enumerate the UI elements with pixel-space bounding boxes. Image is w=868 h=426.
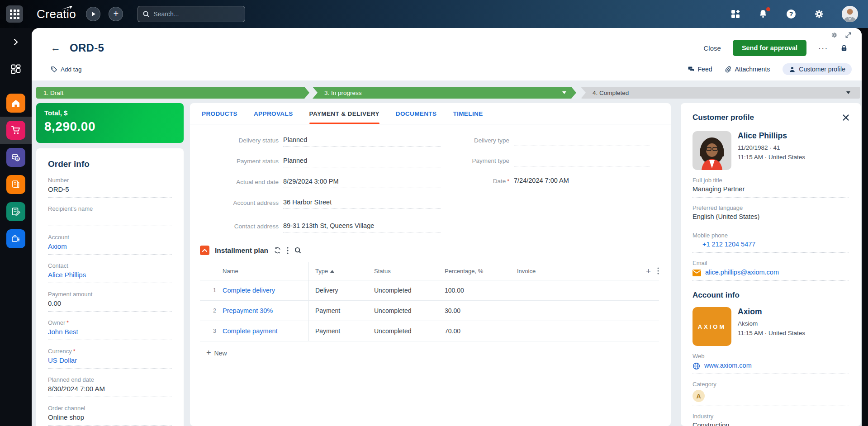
tab-timeline[interactable]: TIMELINE bbox=[453, 103, 483, 124]
total-value: 8,290.00 bbox=[44, 119, 175, 134]
email-link[interactable]: alice.phillips@axiom.com bbox=[705, 269, 779, 277]
app-launcher-icon[interactable] bbox=[6, 5, 23, 23]
account-logo[interactable]: AXIOM bbox=[693, 307, 731, 346]
section-menu-kebab-icon[interactable] bbox=[287, 247, 289, 254]
stage-dropdown-caret[interactable] bbox=[562, 91, 566, 94]
installment-name-link[interactable]: Prepayment 30% bbox=[223, 307, 308, 314]
add-tag-button[interactable]: Add tag bbox=[51, 66, 82, 73]
stage-draft[interactable]: 1. Draft bbox=[36, 87, 309, 99]
field-value[interactable]: ORD-5 bbox=[48, 185, 172, 194]
contact-photo[interactable] bbox=[693, 131, 731, 170]
quick-add-button[interactable]: + bbox=[109, 7, 123, 21]
info-field: Owner* John Best bbox=[48, 319, 172, 340]
sidebar-item-orders[interactable] bbox=[0, 117, 32, 144]
account-address-value[interactable]: 36 Harbor Street bbox=[283, 199, 441, 209]
field-label: Recipient's name bbox=[48, 205, 172, 212]
column-header-percentage[interactable]: Percentage, % bbox=[445, 268, 517, 275]
search-input[interactable] bbox=[153, 10, 235, 18]
page-settings-gear-icon[interactable] bbox=[831, 32, 838, 38]
column-header-name[interactable]: Name bbox=[223, 268, 308, 275]
order-info-title: Order info bbox=[48, 159, 172, 169]
account-name-link[interactable]: Axiom bbox=[738, 307, 805, 317]
stage-in-progress[interactable]: 3. In progress bbox=[313, 87, 576, 99]
tab-products[interactable]: PRODUCTS bbox=[202, 103, 237, 124]
contact-name-link[interactable]: Alice Phillips bbox=[738, 131, 805, 141]
notifications-bell-icon[interactable] bbox=[758, 9, 768, 19]
contact-address-value[interactable]: 89-31 213th St, Queens Village bbox=[283, 222, 441, 232]
lock-icon[interactable] bbox=[840, 44, 848, 52]
sidebar-item-documents[interactable] bbox=[0, 171, 32, 198]
field-value[interactable] bbox=[48, 214, 172, 222]
tab-payment-delivery[interactable]: PAYMENT & DELIVERY bbox=[309, 103, 379, 124]
shopping-cart-icon bbox=[11, 125, 21, 135]
table-row[interactable]: 3 Complete payment Payment Uncompleted 7… bbox=[200, 321, 659, 341]
close-button[interactable]: Close bbox=[704, 44, 721, 52]
user-avatar[interactable] bbox=[842, 6, 858, 22]
currency-link[interactable]: US Dollar bbox=[48, 356, 172, 365]
close-panel-icon[interactable] bbox=[843, 114, 849, 121]
field-value[interactable]: 0.00 bbox=[48, 299, 172, 308]
tab-documents[interactable]: DOCUMENTS bbox=[396, 103, 437, 124]
attachments-button[interactable]: Attachments bbox=[725, 66, 770, 73]
run-process-button[interactable] bbox=[86, 7, 100, 21]
section-search-icon[interactable] bbox=[294, 246, 302, 254]
sidebar-item-finances[interactable]: $ bbox=[0, 144, 32, 171]
column-header-status[interactable]: Status bbox=[374, 268, 445, 275]
contact-link[interactable]: Alice Phillips bbox=[48, 271, 172, 279]
language-value[interactable]: English (United States) bbox=[693, 213, 849, 221]
owner-link[interactable]: John Best bbox=[48, 328, 172, 336]
send-for-approval-button[interactable]: Send for approval bbox=[733, 40, 806, 56]
table-menu-kebab-icon[interactable] bbox=[657, 267, 659, 275]
settings-gear-icon[interactable] bbox=[814, 9, 825, 19]
back-button[interactable]: ← bbox=[51, 42, 61, 54]
feed-button[interactable]: Feed bbox=[688, 66, 712, 73]
field-label: Planned end date bbox=[48, 376, 172, 383]
delivery-type-value[interactable] bbox=[514, 136, 650, 146]
more-actions-button[interactable]: ... bbox=[818, 41, 828, 55]
actual-end-date-value[interactable]: 8/29/2024 3:00 PM bbox=[283, 178, 441, 188]
date-value[interactable]: 7/24/2024 7:00 AM bbox=[514, 177, 650, 187]
sidebar-item-home[interactable] bbox=[0, 90, 32, 117]
sidebar-expand-chevron[interactable] bbox=[0, 32, 32, 52]
table-row[interactable]: 1 Complete delivery Delivery Uncompleted… bbox=[200, 280, 659, 301]
job-title-value[interactable]: Managing Partner bbox=[693, 185, 849, 194]
person-icon bbox=[789, 66, 796, 73]
global-search[interactable] bbox=[138, 6, 245, 22]
stage-dropdown-caret[interactable] bbox=[846, 91, 850, 94]
feed-icon bbox=[688, 66, 695, 73]
field-value[interactable]: 8/30/2024 7:00 AM bbox=[48, 385, 172, 393]
column-header-type[interactable]: Type bbox=[308, 262, 374, 280]
installment-name-link[interactable]: Complete delivery bbox=[223, 287, 308, 294]
payment-type-value[interactable] bbox=[514, 156, 650, 166]
help-icon[interactable]: ? bbox=[786, 9, 797, 19]
delivery-status-value[interactable]: Planned bbox=[283, 136, 441, 147]
account-link[interactable]: Axiom bbox=[48, 242, 172, 251]
info-field: Account Axiom bbox=[48, 234, 172, 255]
form-field: Delivery type bbox=[441, 136, 650, 146]
column-header-invoice[interactable]: Invoice bbox=[517, 268, 634, 275]
field-label: Delivery status bbox=[202, 136, 279, 144]
stage-completed[interactable]: 4. Completed bbox=[581, 87, 860, 99]
customer-profile-toggle[interactable]: Customer profile bbox=[783, 63, 852, 75]
customer-profile-label: Customer profile bbox=[799, 66, 845, 73]
field-label: Contact bbox=[48, 262, 172, 269]
sidebar-workplace-icon[interactable] bbox=[0, 59, 32, 80]
sidebar-item-contracts[interactable] bbox=[0, 198, 32, 225]
workspaces-icon[interactable] bbox=[730, 9, 740, 19]
table-row[interactable]: 2 Prepayment 30% Payment Uncompleted 30.… bbox=[200, 301, 659, 321]
field-label: Industry bbox=[693, 413, 849, 420]
expand-fullscreen-icon[interactable] bbox=[845, 32, 852, 38]
refresh-icon[interactable] bbox=[274, 246, 281, 254]
field-value[interactable]: Online shop bbox=[48, 413, 172, 422]
collapse-section-button[interactable] bbox=[200, 246, 209, 255]
tab-approvals[interactable]: APPROVALS bbox=[254, 103, 293, 124]
add-row-icon[interactable]: + bbox=[646, 266, 651, 276]
installment-name-link[interactable]: Complete payment bbox=[223, 327, 308, 335]
payment-status-value[interactable]: Planned bbox=[283, 157, 441, 167]
sidebar-item-projects[interactable] bbox=[0, 225, 32, 252]
website-link[interactable]: www.axiom.com bbox=[704, 362, 752, 370]
new-installment-button[interactable]: + New bbox=[206, 348, 227, 358]
mobile-phone-link[interactable]: +1 212 1204 5477 bbox=[702, 241, 849, 249]
new-button-label: New bbox=[214, 350, 227, 357]
industry-value[interactable]: Construction bbox=[693, 421, 849, 426]
